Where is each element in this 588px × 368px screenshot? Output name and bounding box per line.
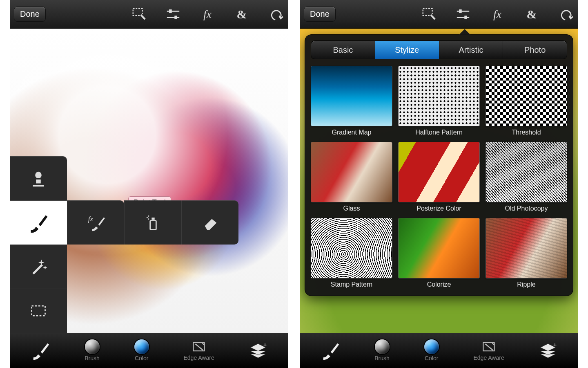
effect-posterize-color[interactable]: Posterize Color — [398, 142, 480, 212]
paint-color-icon — [424, 339, 439, 354]
marquee-tool[interactable] — [10, 289, 67, 333]
fx-icon[interactable]: fx — [489, 6, 506, 22]
svg-text:fx: fx — [88, 215, 93, 223]
svg-point-7 — [146, 217, 147, 218]
effect-threshold[interactable]: Threshold — [486, 66, 567, 136]
effect-glass[interactable]: Glass — [311, 142, 392, 212]
bottom-toolbar: Brush Color Edge Aware + — [10, 333, 288, 368]
brush-color-icon — [85, 339, 100, 354]
done-button[interactable]: Done — [304, 7, 336, 22]
top-toolbar: Done fx & — [10, 0, 288, 29]
effect-stamp-pattern[interactable]: Stamp Pattern — [311, 218, 392, 288]
screenshot-right: Done fx & Basic Stylize Artistic Photo G… — [300, 0, 578, 368]
top-tool-icons: fx & — [131, 6, 284, 22]
effect-gradient-map[interactable]: Gradient Map — [311, 66, 392, 136]
svg-rect-3 — [32, 306, 45, 316]
effect-ripple[interactable]: Ripple — [486, 218, 567, 288]
brush-swatch[interactable]: Brush — [85, 339, 100, 361]
screenshot-left: Done fx & Paint Tool — [10, 0, 288, 368]
effect-old-photocopy[interactable]: Old Photocopy — [486, 142, 567, 212]
bottom-toolbar: Brush Color Edge Aware + — [300, 333, 578, 368]
effect-thumb — [486, 66, 567, 126]
svg-text:+: + — [553, 341, 557, 348]
selection-brush-icon[interactable] — [131, 6, 147, 22]
ampersand-icon[interactable]: & — [523, 6, 540, 22]
stamp-tool[interactable] — [10, 156, 67, 200]
active-tool-brush-icon[interactable] — [31, 341, 50, 360]
active-tool-brush-icon[interactable] — [321, 341, 340, 360]
spray-tool[interactable] — [124, 200, 181, 245]
edge-aware-toggle[interactable]: Edge Aware — [473, 340, 504, 361]
svg-rect-5 — [150, 220, 156, 229]
tool-rail: fx — [10, 156, 67, 333]
svg-rect-6 — [151, 218, 154, 220]
effect-thumb — [398, 142, 480, 202]
svg-rect-1 — [169, 9, 172, 13]
fx-grid: Gradient Map Halftone Pattern Threshold … — [311, 66, 567, 288]
top-tool-icons: fx & — [421, 6, 574, 22]
color-swatch[interactable]: Color — [134, 339, 149, 361]
layers-button[interactable]: + — [249, 341, 267, 359]
svg-text:+: + — [263, 341, 267, 348]
effect-thumb — [311, 66, 392, 126]
tab-artistic[interactable]: Artistic — [439, 41, 503, 59]
fx-category-tabs: Basic Stylize Artistic Photo — [311, 40, 567, 59]
svg-rect-0 — [133, 8, 143, 15]
tab-stylize[interactable]: Stylize — [375, 41, 439, 59]
effect-thumb — [398, 66, 480, 126]
svg-rect-13 — [459, 9, 462, 13]
effect-thumb — [311, 218, 392, 278]
effect-thumb — [398, 218, 480, 278]
svg-point-8 — [148, 215, 149, 217]
brush-swatch[interactable]: Brush — [374, 339, 390, 361]
adjustments-icon[interactable] — [165, 6, 181, 22]
ampersand-icon[interactable]: & — [234, 6, 250, 22]
effect-colorize[interactable]: Colorize — [398, 218, 480, 288]
paint-color-icon — [134, 339, 149, 354]
top-toolbar: Done fx & — [300, 0, 578, 29]
fx-icon[interactable]: fx — [199, 6, 216, 22]
svg-point-9 — [148, 218, 149, 220]
svg-rect-14 — [465, 16, 467, 19]
effect-thumb — [311, 142, 392, 202]
magic-wand-tool[interactable] — [10, 245, 67, 289]
tab-photo[interactable]: Photo — [503, 41, 567, 59]
eraser-tool[interactable] — [181, 200, 238, 245]
fx-brush-tool[interactable]: fx — [67, 200, 124, 245]
undo-icon[interactable] — [558, 6, 574, 22]
tab-basic[interactable]: Basic — [311, 41, 375, 59]
layers-button[interactable]: + — [539, 341, 557, 359]
undo-icon[interactable] — [268, 6, 284, 22]
effect-thumb — [486, 218, 567, 278]
edge-aware-toggle[interactable]: Edge Aware — [183, 340, 214, 361]
paint-brush-tool[interactable] — [10, 200, 67, 245]
svg-rect-2 — [175, 16, 177, 19]
effect-halftone-pattern[interactable]: Halftone Pattern — [398, 66, 480, 136]
brush-color-icon — [375, 339, 390, 354]
adjustments-icon[interactable] — [455, 6, 471, 22]
color-swatch[interactable]: Color — [424, 339, 439, 361]
paint-tool-flyout: fx — [67, 200, 238, 245]
selection-brush-icon[interactable] — [421, 6, 437, 22]
fx-popover: Basic Stylize Artistic Photo Gradient Ma… — [305, 34, 573, 296]
effect-thumb — [486, 142, 567, 202]
svg-rect-12 — [423, 8, 432, 15]
done-button[interactable]: Done — [14, 7, 46, 22]
